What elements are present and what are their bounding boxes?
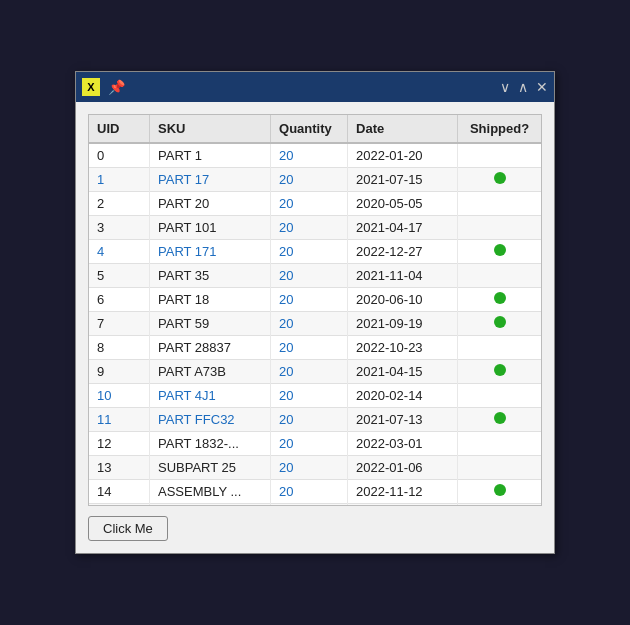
cell-shipped	[458, 384, 541, 408]
cell-uid: 3	[89, 216, 150, 240]
cell-shipped	[458, 168, 541, 192]
cell-sku: PART 9983	[150, 504, 271, 506]
cell-quantity: 20	[271, 168, 348, 192]
table-row: 0PART 1202022-01-20	[89, 143, 541, 168]
table-row: 4PART 171202022-12-27	[89, 240, 541, 264]
table-row: 8PART 28837202022-10-23	[89, 336, 541, 360]
cell-date: 2021-04-17	[348, 216, 458, 240]
cell-uid: 14	[89, 480, 150, 504]
cell-quantity: 20	[271, 264, 348, 288]
table-row: 14ASSEMBLY ...202022-11-12	[89, 480, 541, 504]
cell-quantity: 20	[271, 408, 348, 432]
restore-button[interactable]: ∧	[518, 79, 528, 95]
cell-uid: 7	[89, 312, 150, 336]
cell-quantity: 20	[271, 336, 348, 360]
cell-uid[interactable]: 4	[89, 240, 150, 264]
cell-shipped	[458, 480, 541, 504]
minimize-button[interactable]: ∨	[500, 79, 510, 95]
close-button[interactable]: ✕	[536, 79, 548, 95]
cell-date: 2022-10-23	[348, 336, 458, 360]
cell-shipped	[458, 240, 541, 264]
cell-date: 2020-02-14	[348, 384, 458, 408]
cell-shipped	[458, 143, 541, 168]
cell-quantity: 20	[271, 360, 348, 384]
shipped-indicator	[494, 412, 506, 424]
cell-quantity: 20	[271, 432, 348, 456]
sku-link[interactable]: PART 17	[158, 172, 209, 187]
cell-shipped	[458, 312, 541, 336]
cell-sku: ASSEMBLY ...	[150, 480, 271, 504]
cell-uid: 6	[89, 288, 150, 312]
cell-date: 2022-01-06	[348, 456, 458, 480]
cell-uid[interactable]: 1	[89, 168, 150, 192]
table-row: 9PART A73B202021-04-15	[89, 360, 541, 384]
cell-uid: 5	[89, 264, 150, 288]
cell-shipped	[458, 216, 541, 240]
cell-uid: 15	[89, 504, 150, 506]
cell-sku: PART 28837	[150, 336, 271, 360]
cell-uid[interactable]: 10	[89, 384, 150, 408]
table-row: 13SUBPART 25202022-01-06	[89, 456, 541, 480]
cell-quantity: 20	[271, 143, 348, 168]
cell-uid[interactable]: 11	[89, 408, 150, 432]
cell-uid: 8	[89, 336, 150, 360]
cell-sku: PART 20	[150, 192, 271, 216]
table-row: 10PART 4J1202020-02-14	[89, 384, 541, 408]
col-header-date: Date	[348, 115, 458, 143]
table-row: 5PART 35202021-11-04	[89, 264, 541, 288]
col-header-uid: UID	[89, 115, 150, 143]
cell-sku: PART 35	[150, 264, 271, 288]
cell-quantity: 20	[271, 240, 348, 264]
table-row: 1PART 17202021-07-15	[89, 168, 541, 192]
cell-date: 2021-07-15	[348, 168, 458, 192]
col-header-shipped: Shipped?	[458, 115, 541, 143]
cell-date: 2021-09-24	[348, 504, 458, 506]
cell-quantity: 20	[271, 480, 348, 504]
cell-quantity: 20	[271, 288, 348, 312]
cell-sku[interactable]: PART FFC32	[150, 408, 271, 432]
cell-date: 2022-11-12	[348, 480, 458, 504]
cell-uid: 2	[89, 192, 150, 216]
uid-link[interactable]: 4	[97, 244, 104, 259]
cell-sku: SUBPART 25	[150, 456, 271, 480]
cell-shipped	[458, 408, 541, 432]
cell-sku: PART 59	[150, 312, 271, 336]
cell-shipped	[458, 288, 541, 312]
table-row: 6PART 18202020-06-10	[89, 288, 541, 312]
cell-quantity: 20	[271, 384, 348, 408]
main-window: X 📌 ∨ ∧ ✕ UID SKU Quantity Date Shipped?	[75, 71, 555, 554]
uid-link[interactable]: 1	[97, 172, 104, 187]
cell-sku[interactable]: PART 17	[150, 168, 271, 192]
cell-date: 2020-06-10	[348, 288, 458, 312]
shipped-indicator	[494, 172, 506, 184]
cell-sku[interactable]: PART 4J1	[150, 384, 271, 408]
cell-date: 2021-11-04	[348, 264, 458, 288]
cell-sku: PART A73B	[150, 360, 271, 384]
click-me-button[interactable]: Click Me	[88, 516, 168, 541]
col-header-quantity: Quantity	[271, 115, 348, 143]
uid-link[interactable]: 10	[97, 388, 111, 403]
cell-date: 2021-04-15	[348, 360, 458, 384]
cell-date: 2021-07-13	[348, 408, 458, 432]
sku-link[interactable]: PART FFC32	[158, 412, 235, 427]
shipped-indicator	[494, 316, 506, 328]
cell-shipped	[458, 192, 541, 216]
cell-sku[interactable]: PART 171	[150, 240, 271, 264]
sku-link[interactable]: PART 171	[158, 244, 217, 259]
cell-uid: 0	[89, 143, 150, 168]
cell-quantity: 20	[271, 216, 348, 240]
table-row: 3PART 101202021-04-17	[89, 216, 541, 240]
data-table: UID SKU Quantity Date Shipped? 0PART 120…	[89, 115, 541, 505]
col-header-sku: SKU	[150, 115, 271, 143]
cell-sku: PART 101	[150, 216, 271, 240]
cell-date: 2020-05-05	[348, 192, 458, 216]
cell-date: 2022-03-01	[348, 432, 458, 456]
shipped-indicator	[494, 364, 506, 376]
cell-date: 2022-01-20	[348, 143, 458, 168]
sku-link[interactable]: PART 4J1	[158, 388, 216, 403]
cell-shipped	[458, 264, 541, 288]
uid-link[interactable]: 11	[97, 412, 111, 427]
pin-icon[interactable]: 📌	[108, 79, 125, 95]
table-scroll-area[interactable]: UID SKU Quantity Date Shipped? 0PART 120…	[89, 115, 541, 505]
cell-quantity: 20	[271, 456, 348, 480]
